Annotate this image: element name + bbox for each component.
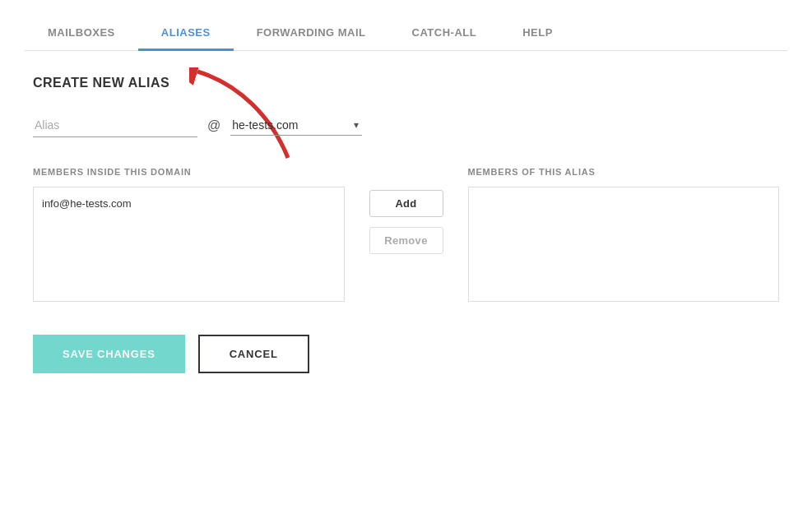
members-alias-label: MEMBERS OF THIS ALIAS [468,167,780,177]
action-buttons: Add Remove [345,167,468,254]
cancel-button[interactable]: CANCEL [198,335,309,373]
members-inside-panel: MEMBERS INSIDE THIS DOMAIN info@he-tests… [33,167,345,302]
alias-row: @ he-tests.com ▾ [33,113,779,137]
page-container: MAILBOXES ALIASES FORWARDING MAIL CATCH-… [0,0,812,518]
bottom-buttons: SAVE CHANGES CANCEL [33,331,779,373]
members-inside-list[interactable]: info@he-tests.com [33,187,345,302]
domain-select[interactable]: he-tests.com [232,118,360,132]
main-content: CREATE NEW ALIAS @ he-tests.com ▾ MEMBER… [25,51,787,390]
members-alias-panel: MEMBERS OF THIS ALIAS [468,167,780,302]
tab-catchall[interactable]: CATCH-ALL [389,16,500,51]
domain-select-wrapper: he-tests.com ▾ [230,115,362,136]
at-symbol: @ [207,118,220,133]
tab-aliases[interactable]: ALIASES [138,16,234,51]
tabs-bar: MAILBOXES ALIASES FORWARDING MAIL CATCH-… [25,0,787,51]
tab-forwarding[interactable]: FORWARDING MAIL [234,16,389,51]
alias-input[interactable] [33,113,197,137]
add-button[interactable]: Add [369,190,443,217]
tab-help[interactable]: HELP [499,16,576,51]
section-title: CREATE NEW ALIAS [33,76,779,90]
list-item[interactable]: info@he-tests.com [42,196,336,211]
members-inside-label: MEMBERS INSIDE THIS DOMAIN [33,167,345,177]
members-alias-list[interactable] [468,187,780,302]
tab-mailboxes[interactable]: MAILBOXES [25,16,138,51]
remove-button[interactable]: Remove [369,227,443,254]
save-changes-button[interactable]: SAVE CHANGES [33,335,185,373]
members-section: MEMBERS INSIDE THIS DOMAIN info@he-tests… [33,167,779,302]
